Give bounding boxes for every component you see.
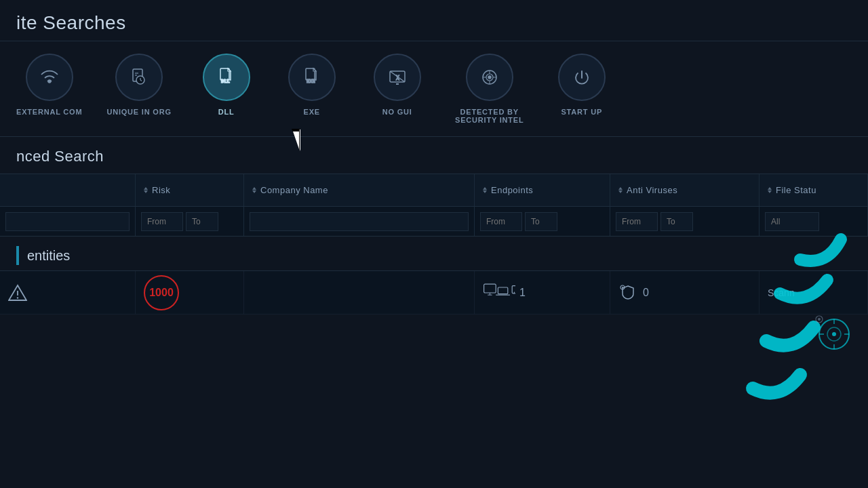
th-endpoints: Endpoints (475, 174, 610, 206)
svg-point-35 (832, 332, 836, 336)
sidebar-item-start-up[interactable]: START UP (551, 54, 612, 116)
section-title: nced Search (16, 148, 852, 165)
svg-rect-25 (484, 284, 496, 293)
svg-point-41 (818, 318, 821, 321)
external-com-label: EXTERNAL COM (16, 108, 82, 116)
table-row[interactable]: 1000 1 (0, 271, 868, 314)
endpoint-count: 1 (519, 287, 526, 299)
sort-icon-endpoints (483, 187, 487, 193)
svg-point-17 (488, 76, 491, 79)
security-intel-label: DETECTED BY SECURITY INTEL (452, 108, 527, 124)
antivirus-to-input[interactable] (660, 212, 693, 231)
dll-label: DLL (218, 108, 235, 116)
data-filestatus-cell: Scann (760, 271, 868, 314)
sort-icon-filestatus (768, 187, 772, 193)
sidebar-item-exe[interactable]: EXE EXE (281, 54, 342, 116)
svg-text:X: X (396, 75, 399, 81)
filter-row (0, 207, 868, 237)
section-header: nced Search (0, 137, 868, 174)
filter-name-cell (0, 207, 136, 236)
svg-point-34 (827, 327, 841, 341)
filter-company-cell (244, 207, 475, 236)
file-clock-icon (128, 66, 150, 88)
av-count: 0 (643, 287, 649, 299)
sidebar-item-detected-security-intel[interactable]: DETECTED BY SECURITY INTEL (452, 54, 527, 124)
svg-rect-28 (498, 287, 507, 294)
th-company-label: Company Name (260, 185, 328, 195)
filter-endpoints-cell (475, 207, 610, 236)
power-icon (571, 66, 593, 88)
page-header: ite Searches (0, 0, 868, 41)
data-endpoints-cell: 1 (475, 271, 610, 314)
sidebar-item-no-gui[interactable]: X NO GUI (367, 54, 428, 116)
av-group: 0 (618, 283, 649, 302)
th-company: Company Name (244, 174, 475, 206)
external-com-icon-circle (26, 54, 73, 101)
endpoint-group: 1 (483, 282, 526, 304)
filestatus-filter-input[interactable] (765, 212, 819, 231)
name-filter-input[interactable] (5, 212, 130, 231)
svg-text:EXE: EXE (307, 79, 315, 84)
risk-badge: 1000 (144, 275, 179, 310)
results-section: entities (0, 237, 868, 271)
exe-icon: EXE (301, 66, 323, 88)
th-risk: Risk (136, 174, 244, 206)
th-filestatus-label: File Statu (776, 185, 816, 195)
th-name (0, 174, 136, 206)
risk-to-input[interactable] (186, 212, 218, 231)
data-risk-cell: 1000 (136, 271, 244, 314)
endpoint-icon (483, 282, 515, 304)
icon-bar: EXTERNAL COM UNIQUE IN ORG DLL DLL (0, 41, 868, 137)
th-endpoints-label: Endpoints (491, 185, 533, 195)
no-gui-icon-circle: X (374, 54, 421, 101)
filter-filestatus-cell (760, 207, 868, 236)
sort-icon-risk (144, 187, 148, 193)
svg-point-24 (17, 297, 18, 298)
scanning-label: Scann (768, 287, 795, 298)
unique-in-org-label: UNIQUE IN ORG (106, 108, 171, 116)
warning-icon (8, 283, 27, 302)
svg-rect-29 (512, 285, 515, 293)
left-accent (16, 246, 19, 265)
data-company-cell (244, 271, 475, 314)
data-antivirus-cell: 0 (610, 271, 760, 314)
endpoints-from-input[interactable] (480, 212, 522, 231)
antivirus-from-input[interactable] (616, 212, 658, 231)
sidebar-item-external-com[interactable]: EXTERNAL COM (16, 54, 82, 116)
svg-point-33 (819, 319, 849, 349)
company-filter-input[interactable] (250, 212, 469, 231)
sidebar-item-dll[interactable]: DLL DLL (196, 54, 257, 116)
data-name-cell (0, 271, 136, 314)
sidebar-item-unique-in-org[interactable]: UNIQUE IN ORG (106, 54, 171, 116)
table-header-row: Risk Company Name Endpoints Anti Viruses… (0, 174, 868, 207)
security-intel-icon-circle (466, 54, 513, 101)
no-gui-label: NO GUI (382, 108, 412, 116)
dll-icon-circle: DLL (203, 54, 250, 101)
sort-icon-antivirus (618, 187, 623, 193)
start-up-icon-circle (558, 54, 606, 101)
page-title: ite Searches (16, 12, 852, 34)
start-up-label: START UP (561, 108, 602, 116)
dll-icon: DLL (216, 66, 237, 88)
svg-point-40 (816, 316, 823, 323)
risk-from-input[interactable] (141, 212, 183, 231)
filter-antivirus-cell (610, 207, 760, 236)
no-gui-icon: X (387, 66, 408, 88)
brain-icon (479, 66, 500, 88)
av-icon (618, 283, 637, 302)
table-area: Risk Company Name Endpoints Anti Viruses… (0, 174, 868, 237)
th-antivirus: Anti Viruses (610, 174, 760, 206)
th-antivirus-label: Anti Viruses (627, 185, 677, 195)
th-filestatus: File Statu (760, 174, 868, 206)
svg-text:DLL: DLL (221, 79, 230, 84)
sort-icon-company (252, 187, 256, 193)
wifi-icon (39, 66, 60, 88)
unique-in-org-icon-circle (115, 54, 163, 101)
th-risk-label: Risk (152, 185, 170, 195)
filter-risk-cell (136, 207, 244, 236)
exe-label: EXE (304, 108, 320, 116)
results-label: entities (27, 248, 70, 264)
exe-icon-circle: EXE (288, 54, 336, 101)
endpoints-to-input[interactable] (525, 212, 557, 231)
